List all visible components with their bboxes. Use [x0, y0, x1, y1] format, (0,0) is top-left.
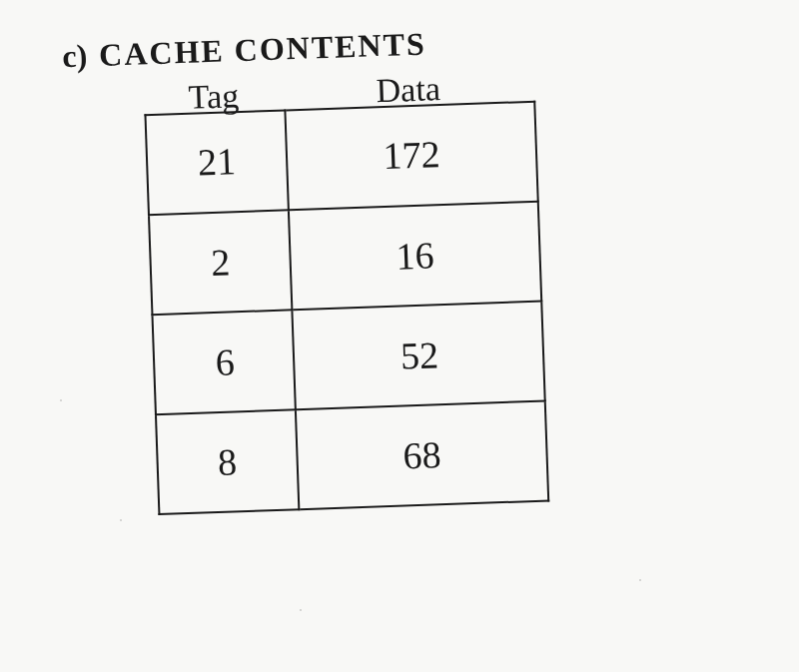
page-title: CACHE CONTENTS	[99, 25, 427, 73]
table-row: 8 68	[156, 401, 548, 515]
table-row: 6 52	[152, 302, 544, 415]
cell-data: 68	[296, 401, 548, 510]
cell-data: 172	[285, 101, 537, 210]
cache-table: 21 172 2 16 6 52 8 68	[144, 101, 549, 515]
handwritten-page: c) CACHE CONTENTS Tag Data 21 172 2 16 6…	[52, 22, 549, 519]
cell-tag: 2	[149, 210, 292, 315]
table-row: 2 16	[149, 202, 541, 316]
cell-tag: 8	[156, 409, 299, 514]
paper-speckle	[120, 519, 122, 521]
paper-speckle	[639, 579, 641, 581]
paper-speckle	[60, 399, 62, 401]
cell-data: 52	[293, 302, 545, 410]
cell-data: 16	[289, 202, 541, 311]
table-row: 21 172	[145, 102, 537, 216]
paper-speckle	[300, 609, 302, 611]
cell-tag: 6	[153, 310, 296, 414]
section-bullet: c)	[62, 37, 88, 75]
cell-tag: 21	[145, 109, 288, 214]
title-row: c) CACHE CONTENTS	[62, 22, 534, 75]
